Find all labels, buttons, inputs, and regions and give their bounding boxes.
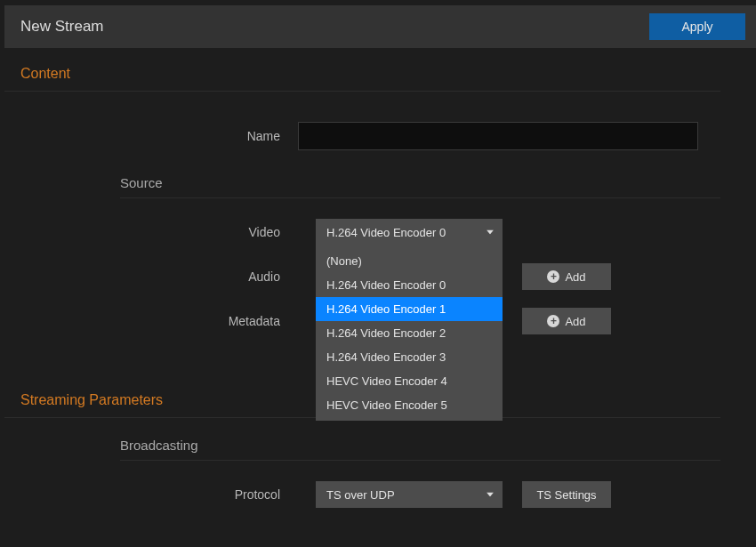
video-dropdown-item[interactable]: HEVC Video Encoder 4	[316, 369, 503, 393]
label-audio: Audio	[4, 269, 298, 284]
label-name: Name	[4, 129, 298, 143]
video-dropdown-item[interactable]: H.264 Video Encoder 1	[316, 297, 503, 321]
subsection-broadcasting: Broadcasting	[120, 418, 720, 461]
apply-button[interactable]: Apply	[649, 13, 745, 40]
label-protocol: Protocol	[4, 487, 298, 502]
video-dropdown[interactable]: H.264 Video Encoder 0 (None)H.264 Video …	[316, 219, 503, 245]
header-bar: New Stream Apply	[4, 5, 756, 48]
chevron-down-icon	[487, 493, 494, 497]
add-audio-label: Add	[565, 270, 585, 284]
label-video: Video	[4, 225, 298, 239]
video-dropdown-selected: H.264 Video Encoder 0	[326, 226, 446, 239]
subsection-source: Source	[120, 150, 720, 198]
protocol-dropdown[interactable]: TS over UDP	[316, 481, 503, 508]
video-dropdown-item[interactable]: (None)	[316, 249, 503, 273]
section-content: Content	[4, 48, 720, 92]
page-title: New Stream	[20, 18, 649, 36]
plus-icon: +	[547, 270, 559, 283]
name-input[interactable]	[298, 122, 698, 150]
ts-settings-button[interactable]: TS Settings	[522, 481, 611, 508]
video-dropdown-item[interactable]: H.264 Video Encoder 0	[316, 273, 503, 297]
plus-icon: +	[547, 315, 559, 327]
protocol-dropdown-toggle[interactable]: TS over UDP	[316, 481, 503, 508]
video-dropdown-toggle[interactable]: H.264 Video Encoder 0	[316, 219, 503, 245]
add-metadata-label: Add	[565, 315, 585, 328]
video-dropdown-item[interactable]: H.264 Video Encoder 3	[316, 345, 503, 369]
video-dropdown-menu: (None)H.264 Video Encoder 0H.264 Video E…	[316, 245, 503, 421]
protocol-dropdown-selected: TS over UDP	[326, 488, 395, 502]
add-audio-button[interactable]: + Add	[522, 263, 611, 290]
chevron-down-icon	[487, 230, 494, 235]
video-dropdown-item[interactable]: H.264 Video Encoder 2	[316, 321, 503, 345]
add-metadata-button[interactable]: + Add	[522, 308, 611, 334]
video-dropdown-item[interactable]: HEVC Video Encoder 5	[316, 393, 503, 417]
label-metadata: Metadata	[4, 314, 298, 328]
